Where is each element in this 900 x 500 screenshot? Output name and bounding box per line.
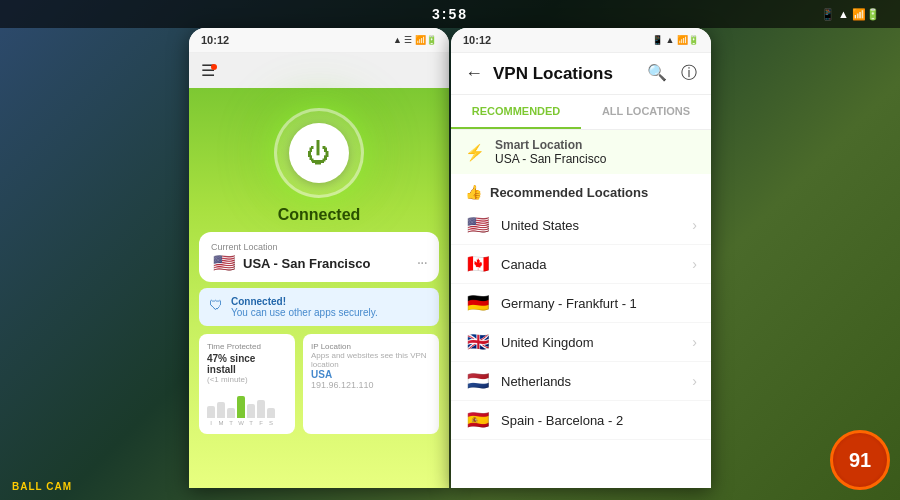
chart-bar-4 — [247, 404, 255, 418]
list-item[interactable]: 🇬🇧 United Kingdom › — [451, 323, 711, 362]
locations-header: ← VPN Locations 🔍 ⓘ — [451, 53, 711, 95]
current-location-card: Current Location 🇺🇸 USA - San Francisco … — [199, 232, 439, 282]
location-tabs: RECOMMENDED ALL LOCATIONS — [451, 95, 711, 130]
bottom-cam-label: BALL CAM — [12, 481, 72, 492]
flag-gb: 🇬🇧 — [465, 333, 491, 351]
phones-wrapper: 10:12 ▲ ☰ 📶🔋 ☰ ⏻ Connected Current Locat… — [189, 28, 711, 488]
lightning-icon: ⚡ — [465, 143, 485, 162]
back-arrow-button[interactable]: ← — [465, 63, 483, 84]
mini-chart — [207, 388, 287, 418]
right-phone-status-bar: 10:12 📱 ▲ 📶🔋 — [451, 28, 711, 53]
right-phone: 10:12 📱 ▲ 📶🔋 ← VPN Locations 🔍 ⓘ RECOMME… — [451, 28, 711, 488]
location-item-name: Netherlands — [501, 374, 682, 389]
smart-location-item[interactable]: ⚡ Smart Location USA - San Francisco — [451, 130, 711, 174]
stats-row: Time Protected 47% since install (<1 min… — [199, 334, 439, 434]
recommended-section-title: Recommended Locations — [490, 185, 648, 200]
recommended-section-header: 👍 Recommended Locations — [451, 174, 711, 206]
top-bar-time: 3:58 — [432, 6, 468, 22]
right-phone-time: 10:12 — [463, 34, 491, 46]
chart-bar-3 — [237, 396, 245, 418]
left-phone: 10:12 ▲ ☰ 📶🔋 ☰ ⏻ Connected Current Locat… — [189, 28, 449, 488]
ip-desc: Apps and websites see this VPN location — [311, 351, 431, 369]
stat-value: 47% since install — [207, 353, 287, 375]
tab-all-locations[interactable]: ALL LOCATIONS — [581, 95, 711, 129]
chart-bar-6 — [267, 408, 275, 418]
connected-text: Connected — [278, 206, 361, 224]
flag-de: 🇩🇪 — [465, 294, 491, 312]
smart-location-label: Smart Location — [495, 138, 697, 152]
ip-location-box: IP Location Apps and websites see this V… — [303, 334, 439, 434]
list-item[interactable]: 🇳🇱 Netherlands › — [451, 362, 711, 401]
chart-bar-1 — [217, 402, 225, 418]
menu-dot — [211, 64, 217, 70]
list-item[interactable]: 🇩🇪 Germany - Frankfurt - 1 — [451, 284, 711, 323]
power-button[interactable]: ⏻ — [289, 123, 349, 183]
flag-ca: 🇨🇦 — [465, 255, 491, 273]
location-item-name: United States — [501, 218, 682, 233]
location-list: 🇺🇸 United States › 🇨🇦 Canada › 🇩🇪 German… — [451, 206, 711, 488]
left-phone-time: 10:12 — [201, 34, 229, 46]
thumbs-up-icon: 👍 — [465, 184, 482, 200]
location-item-name: Canada — [501, 257, 682, 272]
right-phone-status-icons: 📱 ▲ 📶🔋 — [652, 35, 699, 45]
location-flag-text: 🇺🇸 USA - San Francisco — [211, 254, 370, 272]
time-protected-box: Time Protected 47% since install (<1 min… — [199, 334, 295, 434]
location-item-name: Spain - Barcelona - 2 — [501, 413, 697, 428]
info-icon[interactable]: ⓘ — [681, 63, 697, 84]
chart-labels: I M T W T F S — [207, 420, 287, 426]
location-item-name: Germany - Frankfurt - 1 — [501, 296, 697, 311]
chevron-right-icon: › — [692, 217, 697, 233]
ip-label: IP Location — [311, 342, 431, 351]
flag-us: 🇺🇸 — [465, 216, 491, 234]
list-item[interactable]: 🇪🇸 Spain - Barcelona - 2 — [451, 401, 711, 440]
smart-location-sub: USA - San Francisco — [495, 152, 697, 166]
left-phone-status-icons: ▲ ☰ 📶🔋 — [393, 35, 437, 45]
location-item-name: United Kingdom — [501, 335, 682, 350]
chevron-right-icon: › — [692, 334, 697, 350]
speedometer: 91 — [830, 430, 890, 490]
power-ring: ⏻ — [274, 108, 364, 198]
connected-banner-text: Connected! You can use other apps secure… — [231, 296, 378, 318]
stat-sub: (<1 minute) — [207, 375, 287, 384]
smart-location-text: Smart Location USA - San Francisco — [495, 138, 697, 166]
speedometer-value: 91 — [849, 449, 871, 472]
flag-es: 🇪🇸 — [465, 411, 491, 429]
vpn-content: ⏻ Connected Current Location 🇺🇸 USA - Sa… — [189, 88, 449, 488]
current-location-label: Current Location — [211, 242, 427, 252]
left-phone-status-bar: 10:12 ▲ ☰ 📶🔋 — [189, 28, 449, 53]
vpn-header: ☰ — [189, 53, 449, 88]
connected-banner: 🛡 Connected! You can use other apps secu… — [199, 288, 439, 326]
chevron-right-icon: › — [692, 256, 697, 272]
chart-bar-5 — [257, 400, 265, 418]
chart-bar-2 — [227, 408, 235, 418]
top-bar-icon: 📱 ▲ 📶🔋 — [821, 8, 880, 21]
three-dots-menu[interactable]: ··· — [417, 254, 427, 272]
header-icons: 🔍 ⓘ — [647, 63, 697, 84]
usa-flag: 🇺🇸 — [211, 254, 237, 272]
top-bar: 3:58 📱 ▲ 📶🔋 — [0, 0, 900, 28]
connected-banner-title: Connected! — [231, 296, 378, 307]
search-icon[interactable]: 🔍 — [647, 63, 667, 84]
tab-recommended[interactable]: RECOMMENDED — [451, 95, 581, 129]
chart-bar-0 — [207, 406, 215, 418]
list-item[interactable]: 🇨🇦 Canada › — [451, 245, 711, 284]
chevron-right-icon: › — [692, 373, 697, 389]
shield-icon: 🛡 — [209, 297, 223, 313]
connected-banner-subtitle: You can use other apps securely. — [231, 307, 378, 318]
flag-nl: 🇳🇱 — [465, 372, 491, 390]
list-item[interactable]: 🇺🇸 United States › — [451, 206, 711, 245]
ip-address: 191.96.121.110 — [311, 380, 431, 390]
power-icon: ⏻ — [307, 139, 331, 167]
location-name: USA - San Francisco — [243, 256, 370, 271]
stat-label: Time Protected — [207, 342, 287, 351]
ip-country: USA — [311, 369, 431, 380]
current-location-row: 🇺🇸 USA - San Francisco ··· — [211, 254, 427, 272]
locations-title: VPN Locations — [493, 64, 637, 84]
